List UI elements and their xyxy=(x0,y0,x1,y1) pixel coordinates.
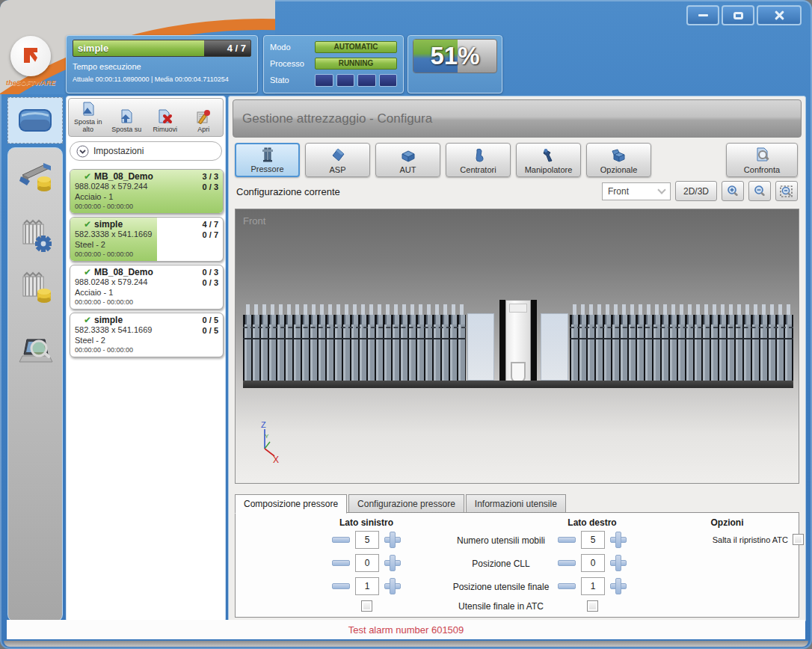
close-icon xyxy=(774,10,785,21)
press-tool-visualization xyxy=(243,304,793,388)
decrement-button[interactable] xyxy=(558,560,576,566)
sidebar-item-tooling-config[interactable] xyxy=(18,217,54,253)
sidebar-item-press-database[interactable] xyxy=(18,159,54,194)
job-card[interactable]: ✔simple 582.3338 x 541.1669 Steel - 2 00… xyxy=(70,217,224,262)
main-panel: Gestione attrezzaggio - Configura Presso… xyxy=(228,96,806,622)
machine-button-icon xyxy=(16,107,54,134)
increment-button[interactable] xyxy=(610,555,627,571)
move-top-button[interactable]: Sposta in alto xyxy=(69,99,108,136)
job-card-material: Steel - 2 xyxy=(75,336,218,346)
mode-panel: Modo AUTOMATIC Processo RUNNING Stato xyxy=(263,35,404,93)
minimize-icon xyxy=(698,14,708,16)
stepper-value[interactable]: 1 xyxy=(581,577,605,595)
centratori-icon xyxy=(470,147,487,164)
center-tool-unit xyxy=(505,300,531,385)
tab-label: Pressore xyxy=(250,164,283,173)
feed-rate-gauge: 51% xyxy=(413,39,497,73)
job-name: simple xyxy=(78,43,108,54)
processo-value-badge: RUNNING xyxy=(315,58,397,70)
config-current-label: Configurazione corrente xyxy=(236,186,340,197)
sidebar-item-machine-selected[interactable] xyxy=(7,97,63,144)
sidebar-item-diagnostics[interactable] xyxy=(18,333,54,369)
tab-opzionale[interactable]: Opzionale xyxy=(586,143,651,177)
sidebar-item-tooling-database[interactable] xyxy=(18,269,54,305)
2d3d-button[interactable]: 2D/3D xyxy=(675,181,717,201)
settings-expander[interactable]: Impostazioni xyxy=(70,141,222,161)
remove-label: Rimuovi xyxy=(153,126,177,134)
confronta-button[interactable]: Confronta xyxy=(726,143,798,177)
maximize-button[interactable] xyxy=(722,5,754,25)
feed-rate-value: 51% xyxy=(413,40,496,73)
logo-text: theSOFTWARE xyxy=(6,79,66,87)
tab-aut[interactable]: AUT xyxy=(375,143,440,177)
remove-button[interactable]: Rimuovi xyxy=(146,99,185,136)
tab-composizione-pressore[interactable]: Composizione pressore xyxy=(235,494,347,514)
decrement-button[interactable] xyxy=(332,537,350,543)
move-up-icon xyxy=(117,108,135,126)
minimize-button[interactable] xyxy=(686,5,719,25)
salta-ripristino-checkbox[interactable] xyxy=(793,534,804,545)
support-block-left xyxy=(467,313,494,381)
stepper-right-utensili-mobili: 5 xyxy=(517,531,667,549)
zoom-out-button[interactable] xyxy=(748,181,771,201)
tab-configurazione-pressore[interactable]: Configurazione pressore xyxy=(348,494,464,513)
increment-button[interactable] xyxy=(610,578,627,594)
stato-segment xyxy=(357,74,376,87)
option-salta-ripristino: Salta il ripristino ATC xyxy=(650,534,804,545)
job-card-material: Acciaio - 1 xyxy=(75,192,218,203)
job-list-panel: Sposta in alto Sposta su Rimuovi xyxy=(66,96,226,622)
machine-viewport[interactable]: Front xyxy=(235,209,799,484)
job-card-size: 582.3338 x 541.1669 xyxy=(75,325,218,336)
check-icon: ✔ xyxy=(84,315,91,325)
stepper-value[interactable]: 5 xyxy=(581,531,605,549)
stepper-value[interactable]: 0 xyxy=(581,554,605,572)
view-select[interactable]: Front xyxy=(602,182,671,200)
zoom-out-icon xyxy=(753,185,766,198)
job-card[interactable]: ✔MB_08_Demo 988.0248 x 579.244 Acciaio -… xyxy=(70,169,224,214)
stepper-value[interactable]: 1 xyxy=(355,577,379,595)
tool-rack-right xyxy=(570,304,793,381)
open-button[interactable]: Apri xyxy=(185,99,224,136)
zoom-in-button[interactable] xyxy=(722,181,744,201)
list-toolbar: Sposta in alto Sposta su Rimuovi xyxy=(68,98,224,137)
decrement-button[interactable] xyxy=(332,583,350,589)
tab-manipolatore[interactable]: Manipolatore xyxy=(516,143,581,177)
open-label: Apri xyxy=(197,126,209,134)
tempo-detail: Attuale 00:00:11.0890000 | Media 00:00:0… xyxy=(73,76,251,83)
tab-informazioni-utensile[interactable]: Informazioni utensile xyxy=(466,494,566,513)
stepper-value[interactable]: 0 xyxy=(355,554,379,572)
move-up-button[interactable]: Sposta su xyxy=(108,99,147,136)
decrement-button[interactable] xyxy=(558,537,576,543)
tab-label: Centratori xyxy=(460,165,496,174)
check-icon: ✔ xyxy=(84,267,91,277)
tab-centratori[interactable]: Centratori xyxy=(446,143,511,177)
job-card-size: 988.0248 x 579.244 xyxy=(75,277,218,288)
zoom-fit-button[interactable] xyxy=(775,181,798,201)
window-bottom-edge xyxy=(4,641,808,647)
increment-button[interactable] xyxy=(610,532,627,548)
atc-left-checkbox[interactable] xyxy=(361,600,372,612)
view-tools: Front 2D/3D xyxy=(602,181,798,201)
move-up-label: Sposta su xyxy=(111,126,141,134)
opzionale-icon xyxy=(611,147,627,164)
tooling-gear-icon xyxy=(18,217,54,253)
decrement-button[interactable] xyxy=(558,583,576,589)
tab-asp[interactable]: ASP xyxy=(305,143,370,177)
decrement-button[interactable] xyxy=(332,560,350,566)
job-card-counts: 0 / 30 / 3 xyxy=(203,267,218,289)
atc-right-checkbox[interactable] xyxy=(587,600,598,612)
sidebar xyxy=(7,147,63,622)
stepper-value[interactable]: 5 xyxy=(355,531,379,549)
stepper-right-utensile-finale: 1 xyxy=(517,577,667,595)
processo-label: Processo xyxy=(270,59,315,68)
job-card[interactable]: ✔MB_08_Demo 988.0248 x 579.244 Acciaio -… xyxy=(70,265,224,310)
window-controls xyxy=(686,5,802,25)
close-button[interactable] xyxy=(757,5,802,25)
tab-pressore[interactable]: Pressore xyxy=(235,143,300,177)
check-icon: ✔ xyxy=(84,219,91,230)
job-card[interactable]: ✔simple 582.3338 x 541.1669 Steel - 2 00… xyxy=(70,313,224,357)
move-top-icon xyxy=(79,101,97,119)
modo-value-badge: AUTOMATIC xyxy=(315,41,397,53)
press-database-icon xyxy=(18,159,54,194)
job-progress-count: 4 / 7 xyxy=(227,43,246,54)
